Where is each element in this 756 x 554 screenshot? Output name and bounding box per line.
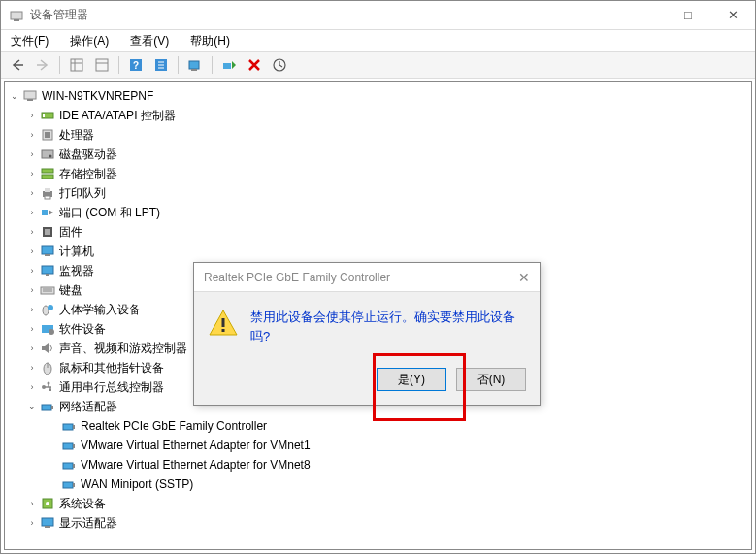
tree-category[interactable]: ›磁盘驱动器 (5, 145, 751, 164)
tree-category-label: 软件设备 (59, 321, 106, 338)
device-category-icon (40, 496, 55, 511)
tree-category[interactable]: ›系统设备 (5, 494, 751, 513)
titlebar: 设备管理器 — □ ✕ (1, 1, 755, 30)
svg-rect-25 (42, 169, 53, 173)
dialog-titlebar: Realtek PCIe GbE Family Controller ✕ (194, 263, 540, 292)
scan-hardware-button[interactable] (184, 54, 206, 76)
svg-rect-52 (73, 425, 75, 429)
device-category-icon (40, 282, 55, 298)
svg-rect-36 (46, 274, 49, 276)
tree-category[interactable]: ›打印队列 (5, 183, 751, 203)
toolbar-separator (118, 56, 119, 74)
expand-icon[interactable]: › (26, 245, 38, 257)
svg-rect-2 (71, 59, 82, 71)
computer-icon (22, 88, 38, 104)
toolbar: ? (1, 51, 755, 79)
expand-icon[interactable]: › (26, 517, 38, 529)
menu-view[interactable]: 查看(V) (126, 31, 173, 51)
expand-icon[interactable]: › (26, 323, 38, 335)
svg-rect-62 (45, 526, 50, 528)
expand-icon[interactable]: › (26, 168, 38, 179)
tree-category-label: 端口 (COM 和 LPT) (59, 205, 160, 221)
tree-category[interactable]: ›IDE ATA/ATAPI 控制器 (5, 106, 751, 125)
tree-device[interactable]: VMware Virtual Ethernet Adapter for VMne… (5, 455, 751, 474)
collapse-icon[interactable]: ⌄ (9, 90, 20, 102)
uninstall-device-button[interactable] (244, 54, 265, 76)
tree-device[interactable]: WAN Miniport (SSTP) (5, 474, 751, 494)
tree-category-label: 鼠标和其他指针设备 (59, 360, 164, 376)
app-icon (9, 8, 24, 23)
expand-icon[interactable]: › (26, 129, 38, 141)
tree-category[interactable]: ›显示适配器 (5, 513, 751, 533)
back-button[interactable] (7, 54, 28, 76)
expand-icon[interactable]: › (26, 110, 38, 121)
menu-help[interactable]: 帮助(H) (186, 31, 234, 51)
minimize-button[interactable]: — (621, 1, 666, 30)
no-button[interactable]: 否(N) (456, 368, 526, 391)
svg-rect-35 (42, 266, 53, 274)
svg-rect-48 (49, 389, 51, 391)
tree-category[interactable]: ›处理器 (5, 125, 751, 145)
tree-category-label: IDE ATA/ATAPI 控制器 (59, 108, 176, 124)
tree-category-label: 通用串行总线控制器 (59, 379, 164, 396)
forward-button[interactable] (32, 54, 53, 76)
expand-icon[interactable]: › (26, 226, 38, 238)
device-category-icon (40, 379, 55, 395)
expand-icon[interactable]: › (26, 148, 38, 160)
svg-text:?: ? (133, 60, 139, 71)
svg-rect-14 (191, 69, 197, 71)
svg-point-24 (49, 155, 52, 158)
svg-rect-1 (14, 19, 19, 21)
tree-device-label: VMware Virtual Ethernet Adapter for VMne… (81, 439, 311, 452)
show-hide-tree-button[interactable] (66, 54, 87, 76)
menu-action[interactable]: 操作(A) (66, 31, 113, 51)
svg-rect-63 (222, 318, 225, 327)
device-category-icon (40, 515, 55, 531)
action-button[interactable] (150, 54, 172, 76)
svg-point-43 (49, 329, 54, 335)
tree-device[interactable]: Realtek PCIe GbE Family Controller (5, 416, 751, 436)
svg-rect-64 (222, 329, 225, 332)
expand-icon[interactable]: › (26, 284, 38, 296)
expand-icon[interactable]: › (26, 362, 38, 374)
svg-rect-17 (24, 91, 36, 99)
svg-rect-51 (63, 424, 73, 430)
toolbar-separator (59, 56, 60, 74)
tree-device-label: Realtek PCIe GbE Family Controller (81, 419, 267, 433)
yes-button[interactable]: 是(Y) (377, 368, 446, 391)
expand-icon[interactable]: › (26, 187, 38, 199)
tree-root[interactable]: ⌄ WIN-N9TKVNREPNF (5, 86, 751, 106)
svg-rect-15 (223, 63, 231, 69)
enable-device-button[interactable] (218, 54, 240, 76)
expand-icon[interactable]: › (26, 381, 38, 393)
collapse-icon[interactable]: ⌄ (26, 401, 38, 412)
tree-category-label: 磁盘驱动器 (59, 147, 117, 163)
properties-button[interactable] (91, 54, 113, 76)
tree-category[interactable]: ›存储控制器 (5, 164, 751, 183)
network-adapter-icon (40, 399, 55, 414)
dialog-body: 禁用此设备会使其停止运行。确实要禁用此设备吗? (194, 292, 540, 368)
device-category-icon (40, 205, 55, 220)
tree-category[interactable]: ›固件 (5, 222, 751, 242)
device-category-icon (40, 302, 55, 317)
close-button[interactable]: ✕ (710, 1, 755, 30)
tree-category[interactable]: ›计算机 (5, 242, 751, 261)
tree-root-label: WIN-N9TKVNREPNF (42, 89, 153, 103)
expand-icon[interactable]: › (26, 304, 38, 315)
svg-point-47 (48, 382, 50, 385)
menu-file[interactable]: 文件(F) (7, 31, 52, 51)
tree-device[interactable]: VMware Virtual Ethernet Adapter for VMne… (5, 436, 751, 455)
maximize-button[interactable]: □ (666, 1, 710, 30)
svg-rect-20 (43, 114, 45, 117)
expand-icon[interactable]: › (26, 342, 38, 354)
help-button[interactable]: ? (125, 54, 147, 76)
expand-icon[interactable]: › (26, 498, 38, 509)
update-driver-button[interactable] (269, 54, 290, 76)
svg-rect-56 (73, 464, 75, 468)
toolbar-separator (212, 56, 213, 74)
expand-icon[interactable]: › (26, 207, 38, 218)
tree-category[interactable]: ›端口 (COM 和 LPT) (5, 203, 751, 222)
dialog-close-button[interactable]: ✕ (518, 270, 530, 285)
svg-rect-32 (45, 229, 50, 235)
expand-icon[interactable]: › (26, 265, 38, 277)
